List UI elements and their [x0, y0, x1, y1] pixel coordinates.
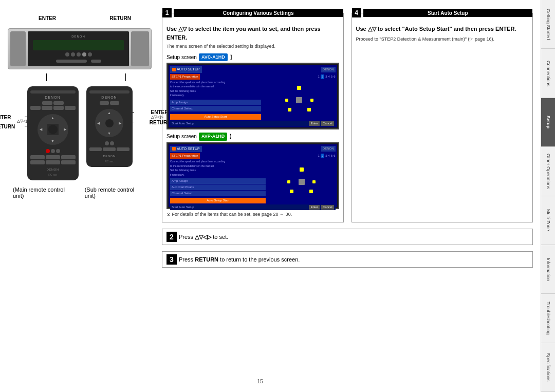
receiver-right-speaker — [131, 31, 149, 66]
page-number: 15 — [257, 378, 263, 384]
step1-subtext: The menu screen of the selected setting … — [166, 43, 339, 50]
sidebar-tab-multi-zone[interactable]: Multi-Zone — [541, 196, 555, 245]
setup-screen-1-label: Setup screen AVC-A1HD 】 — [166, 53, 339, 62]
step4-number: 4 — [352, 8, 361, 17]
main-remote-brand: DENON — [45, 96, 60, 99]
step1-note: ※ For details of the items that can be s… — [166, 211, 339, 218]
step3-text: Press RETURN to return to the previous s… — [179, 256, 300, 263]
receiver-display — [33, 40, 124, 50]
sidebar-tab-other-operations[interactable]: Other Operations — [541, 147, 555, 196]
return-top-label: RETURN — [109, 15, 131, 21]
avc-badge: AVC-A1HD — [199, 53, 228, 62]
main-return-label: RETURN — [0, 124, 15, 129]
step4-title: Start Auto Setup — [363, 9, 533, 17]
receiver-middle: DENON — [28, 31, 129, 66]
step3-number: 3 — [166, 254, 177, 265]
right-panel: 1 Configuring Various Settings Use △▽ to… — [159, 0, 541, 392]
step4-instruction: Use △▽ to select "Auto Setup Start" and … — [356, 25, 529, 33]
left-panel: ENTER RETURN DENON — [0, 0, 159, 392]
sub-remote-brand: DENON — [101, 96, 117, 99]
receiver-left-speaker — [10, 31, 26, 66]
sub-remote: DENON ▲ ▼ ◀ ▶ — [86, 86, 133, 167]
step4-subtext: Proceed to "STEP2 Detection & Measuremen… — [356, 36, 529, 43]
step3-section: 3 Press RETURN to return to the previous… — [162, 251, 533, 268]
sub-arrows-label: △▽◁▷ — [151, 115, 163, 119]
step1-instruction: Use △▽ to select the item you want to se… — [166, 25, 339, 42]
step2-section: 2 Press △▽◁▷ to set. — [162, 229, 533, 245]
tv-screen-2: AUTO SETUP DENON STEP1 Preparation 1 — [166, 142, 339, 209]
av-receiver: DENON — [8, 28, 152, 69]
main-enter-label: ENTER — [0, 115, 11, 120]
main-remote-caption: (Main remote control unit) — [13, 186, 77, 199]
sidebar-tab-information[interactable]: Information — [541, 245, 555, 294]
main-remote: DENON — [27, 86, 79, 180]
sidebar-tab-troubleshooting[interactable]: Troubleshooting — [541, 294, 555, 343]
step1-number: 1 — [162, 8, 172, 17]
step2-number: 2 — [166, 232, 177, 242]
sidebar-tab-getting-started[interactable]: Getting Started — [541, 0, 555, 49]
sidebar-tab-setup[interactable]: Setup — [541, 98, 555, 147]
step2-text: Press △▽◁▷ to set. — [179, 234, 228, 240]
sidebar-tab-connections[interactable]: Connections — [541, 49, 555, 98]
setup-screen-2-label: Setup screen AVP-A1HD 】 — [166, 133, 339, 141]
sidebar: Getting Started Connections Setup Other … — [541, 0, 555, 392]
enter-top-label: ENTER — [39, 15, 56, 21]
tv-screen-1: AUTO SETUP DENON STEP1 Preparation — [166, 63, 339, 129]
sidebar-tab-specifications[interactable]: Specifications — [541, 343, 555, 392]
avp-badge: AVP-A1HD — [199, 133, 227, 141]
step1-title: Configuring Various Settings — [174, 9, 343, 17]
sub-remote-caption: (Sub remote control unit) — [85, 186, 146, 199]
